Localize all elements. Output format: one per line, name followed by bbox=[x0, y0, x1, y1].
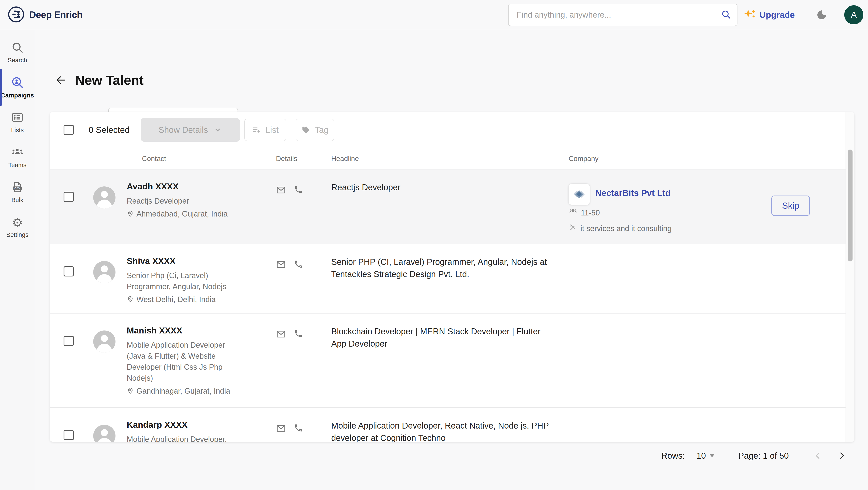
rows-per-page-select[interactable]: 10 bbox=[696, 451, 715, 461]
phone-icon[interactable] bbox=[294, 423, 303, 433]
company-industry: it services and it consulting bbox=[581, 224, 672, 233]
table-header: Contact Details Headline Company bbox=[50, 148, 855, 169]
dark-mode-toggle[interactable] bbox=[816, 9, 828, 21]
app-window: Deep Enrich Upgrade bbox=[0, 0, 868, 490]
column-header-contact: Contact bbox=[142, 155, 166, 163]
user-avatar[interactable]: A bbox=[844, 5, 863, 24]
email-icon[interactable] bbox=[276, 185, 286, 196]
contact-avatar bbox=[93, 425, 116, 442]
sidebar-item-bulk[interactable]: CSV Bulk bbox=[0, 176, 35, 208]
contact-avatar bbox=[93, 330, 116, 353]
row-checkbox[interactable] bbox=[64, 266, 74, 276]
table-scrollbar bbox=[845, 112, 855, 442]
action-cell bbox=[771, 420, 845, 442]
phone-icon[interactable] bbox=[294, 329, 303, 339]
sidebar: Search Campaigns Lists bbox=[0, 30, 35, 490]
page-title: New Talent bbox=[75, 72, 144, 88]
contact-location: West Delhi, Delhi, India bbox=[127, 295, 245, 304]
table-toolbar: 0 Selected Show Details List Ta bbox=[50, 112, 855, 148]
show-details-button[interactable]: Show Details bbox=[141, 118, 240, 142]
search-icon bbox=[11, 41, 24, 55]
chevron-down-icon bbox=[710, 454, 714, 457]
contact-title: Mobile Application Developer, bbox=[127, 434, 227, 442]
sidebar-item-campaigns[interactable]: Campaigns bbox=[0, 71, 35, 103]
column-header-headline: Headline bbox=[331, 155, 359, 162]
column-header-details: Details bbox=[276, 155, 297, 163]
table-row[interactable]: Manish XXXX Mobile Application Developer… bbox=[50, 314, 855, 408]
page-head: New Talent bbox=[55, 72, 144, 88]
row-checkbox[interactable] bbox=[64, 336, 74, 346]
row-checkbox[interactable] bbox=[64, 192, 74, 202]
next-page-button[interactable] bbox=[837, 450, 847, 461]
company-cell: NectarBits Pvt Ltd 11-50 bbox=[568, 181, 771, 243]
table-row[interactable]: Avadh XXXX Reactjs Developer Ahmedabad, … bbox=[50, 169, 855, 244]
action-cell bbox=[771, 325, 845, 407]
rows-label: Rows: bbox=[661, 451, 685, 461]
contact-location: Ahmedabad, Gujarat, India bbox=[127, 209, 227, 219]
contact-location-text: West Delhi, Delhi, India bbox=[136, 295, 216, 304]
sidebar-item-label: Campaigns bbox=[1, 92, 34, 99]
back-arrow-icon[interactable] bbox=[55, 74, 67, 86]
contact-name: Kandarp XXXX bbox=[127, 420, 227, 430]
sidebar-item-settings[interactable]: ⚙ Settings bbox=[0, 211, 35, 243]
rows-per-page-value: 10 bbox=[696, 451, 706, 461]
sidebar-item-label: Bulk bbox=[11, 197, 23, 204]
sidebar-item-lists[interactable]: Lists bbox=[0, 106, 35, 138]
table-row[interactable]: Kandarp XXXX Mobile Application Develope… bbox=[50, 408, 855, 442]
contact-location-text: Ahmedabad, Gujarat, India bbox=[136, 209, 227, 219]
sidebar-item-label: Lists bbox=[11, 127, 24, 134]
playlist-add-icon bbox=[252, 125, 261, 134]
contact-location: Gandhinagar, Gujarat, India bbox=[127, 386, 245, 396]
contact-title: Mobile Application Developer (Java & Flu… bbox=[127, 339, 245, 384]
location-pin-icon bbox=[127, 387, 134, 394]
contact-name: Shiva XXXX bbox=[127, 256, 245, 266]
email-icon[interactable] bbox=[276, 329, 286, 340]
tag-button[interactable]: Tag bbox=[296, 119, 334, 141]
email-icon[interactable] bbox=[276, 423, 286, 434]
prev-page-button[interactable] bbox=[812, 450, 823, 461]
teams-icon bbox=[11, 146, 24, 160]
action-cell: Skip bbox=[771, 181, 845, 243]
global-search-input[interactable] bbox=[508, 10, 721, 20]
company-link[interactable]: NectarBits Pvt Ltd bbox=[595, 188, 671, 198]
select-all-checkbox[interactable] bbox=[64, 125, 74, 135]
selected-count: 0 Selected bbox=[89, 125, 130, 135]
skip-button[interactable]: Skip bbox=[771, 196, 810, 216]
upgrade-label: Upgrade bbox=[760, 10, 795, 20]
upgrade-button[interactable]: Upgrade bbox=[744, 0, 795, 30]
contact-title: Senior Php (Ci, Laravel) Programmer, Ang… bbox=[127, 270, 245, 292]
sidebar-item-search[interactable]: Search bbox=[0, 36, 35, 68]
headline-text: Reactjs Developer bbox=[331, 181, 556, 193]
headline-text: Mobile Application Developer, React Nati… bbox=[331, 420, 556, 442]
tag-icon bbox=[301, 125, 311, 134]
table-row[interactable]: Shiva XXXX Senior Php (Ci, Laravel) Prog… bbox=[50, 244, 855, 314]
campaigns-icon bbox=[11, 76, 24, 90]
brand-name: Deep Enrich bbox=[29, 9, 83, 20]
location-pin-icon bbox=[127, 296, 134, 303]
table-rows: Avadh XXXX Reactjs Developer Ahmedabad, … bbox=[50, 169, 855, 442]
email-icon[interactable] bbox=[276, 260, 286, 270]
add-to-list-button[interactable]: List bbox=[244, 119, 286, 141]
sidebar-item-label: Settings bbox=[6, 231, 29, 238]
global-search[interactable] bbox=[508, 4, 738, 26]
chevron-down-icon bbox=[213, 126, 222, 134]
row-checkbox[interactable] bbox=[64, 430, 74, 440]
svg-text:CSV: CSV bbox=[14, 187, 20, 190]
company-logo bbox=[568, 184, 590, 205]
phone-icon[interactable] bbox=[294, 260, 303, 270]
scrollbar-thumb[interactable] bbox=[848, 150, 852, 261]
phone-icon[interactable] bbox=[294, 185, 303, 195]
brand[interactable]: Deep Enrich bbox=[8, 0, 83, 30]
headline-text: Blockchain Developer | MERN Stack Develo… bbox=[331, 325, 556, 350]
contact-title: Reactjs Developer bbox=[127, 196, 227, 206]
pagination: Rows: 10 Page: 1 of 50 bbox=[661, 446, 847, 465]
sidebar-item-teams[interactable]: Teams bbox=[0, 141, 35, 173]
contact-avatar bbox=[93, 261, 116, 283]
show-details-label: Show Details bbox=[158, 125, 208, 135]
list-label: List bbox=[266, 125, 279, 135]
page-info: Page: 1 of 50 bbox=[738, 451, 789, 461]
company-cell bbox=[568, 325, 771, 407]
brand-logo-icon bbox=[8, 6, 25, 24]
avatar-initial: A bbox=[851, 10, 857, 20]
search-icon[interactable] bbox=[721, 9, 731, 20]
